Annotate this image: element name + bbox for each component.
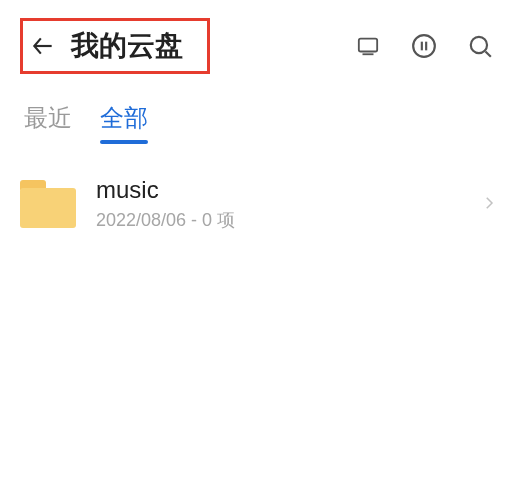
svg-point-6 bbox=[471, 37, 487, 53]
tab-all[interactable]: 全部 bbox=[100, 102, 148, 144]
list-item[interactable]: music 2022/08/06 - 0 项 bbox=[20, 172, 500, 236]
svg-line-7 bbox=[485, 51, 490, 56]
svg-rect-1 bbox=[359, 39, 377, 52]
tab-recent[interactable]: 最近 bbox=[24, 102, 72, 144]
svg-point-3 bbox=[413, 35, 435, 57]
file-list: music 2022/08/06 - 0 项 bbox=[0, 144, 520, 236]
file-meta: 2022/08/06 - 0 项 bbox=[96, 208, 460, 232]
back-icon[interactable] bbox=[29, 32, 57, 60]
header-toolbar bbox=[354, 32, 500, 60]
header-left-highlighted: 我的云盘 bbox=[20, 18, 210, 74]
folder-icon bbox=[20, 180, 76, 228]
screen-icon[interactable] bbox=[354, 32, 382, 60]
chevron-right-icon bbox=[480, 194, 500, 214]
tabs: 最近 全部 bbox=[0, 92, 520, 144]
page-title: 我的云盘 bbox=[71, 27, 183, 65]
header: 我的云盘 bbox=[0, 0, 520, 92]
file-name: music bbox=[96, 176, 460, 204]
search-icon[interactable] bbox=[466, 32, 494, 60]
pause-circle-icon[interactable] bbox=[410, 32, 438, 60]
file-info: music 2022/08/06 - 0 项 bbox=[96, 176, 460, 232]
